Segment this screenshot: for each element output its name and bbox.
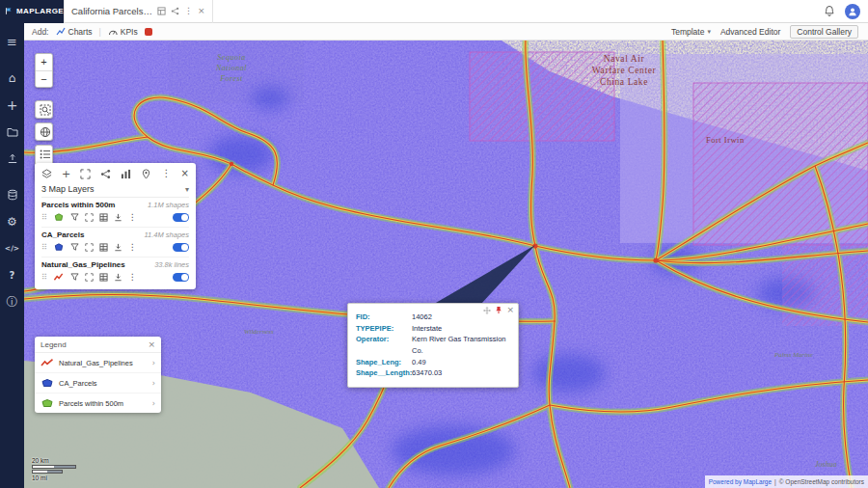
user-avatar[interactable] (845, 4, 860, 19)
map-pin-icon[interactable] (141, 169, 151, 179)
tab-kebab-icon[interactable]: ⋮ (184, 7, 193, 15)
popup-pin-icon[interactable] (495, 306, 502, 314)
layer-count: 1.1M shapes (148, 201, 189, 209)
notifications-bell-icon[interactable] (824, 5, 835, 17)
info-icon[interactable]: ⓘ (0, 290, 24, 314)
network-icon[interactable] (100, 169, 111, 179)
layers-chevron-down-icon: ▾ (185, 185, 189, 194)
tab-close-icon[interactable]: × (198, 7, 205, 15)
maplarge-logo[interactable]: MAPLARGE (0, 0, 64, 23)
popup-move-icon[interactable] (483, 307, 491, 314)
app-sidebar: ≡ ⌂ + ⚙ </> ? ⓘ (0, 0, 24, 488)
drag-handle-icon[interactable]: ⠿ (41, 274, 47, 282)
zoom-in-button[interactable]: + (36, 54, 52, 70)
legend-item-ca-parcels[interactable]: CA_Parcels › (35, 373, 161, 393)
toolbar-divider: | (99, 27, 101, 37)
popup-close-icon[interactable]: × (506, 306, 514, 314)
legend-close-icon[interactable]: × (148, 339, 155, 349)
kpi-gauge-icon (108, 27, 118, 36)
layer-kebab-icon[interactable]: ⋮ (128, 243, 137, 252)
download-icon[interactable] (114, 213, 122, 222)
fit-bounds-icon[interactable] (85, 213, 94, 222)
menu-icon[interactable]: ≡ (0, 30, 24, 54)
layers-panel-title-row[interactable]: 3 Map Layers ▾ (41, 180, 189, 198)
scale-mi-bar (32, 470, 63, 474)
layer-list-button[interactable] (36, 146, 53, 163)
expand-icon[interactable] (80, 169, 91, 179)
maplarge-flag-icon (5, 6, 13, 16)
data-stack-icon[interactable] (0, 182, 24, 206)
template-button[interactable]: Template ▾ (671, 27, 711, 37)
layer-polygon-icon-blue[interactable] (53, 242, 65, 253)
table-icon[interactable] (99, 213, 108, 222)
layers-panel-title: 3 Map Layers (41, 184, 95, 194)
logo-text: MAPLARGE (16, 7, 64, 15)
feature-info-popup: × FID: 14062 TYPEPIPE: Interstate Operat… (347, 303, 519, 388)
layer-visibility-toggle[interactable] (173, 213, 189, 222)
report-icon[interactable] (157, 7, 166, 15)
table-icon[interactable] (99, 273, 108, 282)
settings-gear-icon[interactable]: ⚙ (0, 209, 24, 233)
layer-kebab-icon[interactable]: ⋮ (128, 273, 137, 282)
layers-icon[interactable] (41, 169, 52, 179)
globe-icon (40, 126, 51, 138)
svg-text:Warfare Center: Warfare Center (592, 66, 657, 75)
attribution-osm-link[interactable]: © OpenStreetMap contributors (779, 478, 864, 485)
box-zoom-icon (40, 104, 51, 116)
add-charts-button[interactable]: Charts (56, 27, 93, 37)
layer-name: Natural_Gas_Pipelines (41, 260, 125, 269)
legend-item-pipelines[interactable]: Natural_Gas_Pipelines › (35, 353, 161, 373)
legend-title: Legend (41, 340, 67, 349)
download-icon[interactable] (114, 273, 122, 282)
download-icon[interactable] (114, 243, 122, 252)
advanced-editor-button[interactable]: Advanced Editor (720, 27, 780, 37)
layer-kebab-icon[interactable]: ⋮ (128, 213, 137, 222)
red-widget-icon[interactable] (145, 28, 152, 36)
box-zoom-control[interactable] (35, 100, 53, 119)
add-label: Add: (32, 27, 49, 37)
add-layer-icon[interactable]: + (62, 169, 70, 179)
popup-field-row: Shape__Length: 63470.03 (356, 367, 510, 379)
help-icon[interactable]: ? (0, 263, 24, 287)
basemap-globe-control[interactable] (35, 122, 53, 141)
zoom-out-button[interactable]: − (36, 70, 52, 87)
fit-bounds-icon[interactable] (85, 273, 94, 282)
add-kpis-button[interactable]: KPIs (108, 27, 138, 37)
upload-icon[interactable] (0, 147, 24, 171)
filter-icon[interactable] (70, 243, 79, 252)
share-icon[interactable] (171, 7, 179, 15)
chart-icon[interactable] (121, 169, 131, 179)
layer-row-ca-parcels: CA_Parcels 11.4M shapes ⠿ (41, 228, 189, 258)
charts-icon (56, 27, 66, 36)
control-gallery-button[interactable]: Control Gallery (790, 25, 858, 39)
layer-row-parcels-within-500m: Parcels within 500m 1.1M shapes ⠿ (41, 198, 189, 228)
filter-icon[interactable] (70, 273, 79, 282)
legend-panel: Legend × Natural_Gas_Pipelines › CA_Parc… (35, 337, 161, 413)
layer-visibility-toggle[interactable] (173, 273, 189, 282)
toolbar-right-group: Template ▾ Advanced Editor Control Galle… (671, 25, 860, 39)
label-fort-irwin: Fort Irwin (706, 135, 745, 145)
folder-icon[interactable] (0, 120, 24, 144)
panel-kebab-icon[interactable]: ⋮ (162, 169, 172, 178)
home-icon[interactable]: ⌂ (0, 66, 24, 90)
scale-mi-label: 10 mi (32, 474, 76, 481)
tab-california-parcels[interactable]: California Parcels ... ⋮ × (64, 0, 213, 23)
table-icon[interactable] (99, 243, 108, 252)
fit-bounds-icon[interactable] (85, 243, 94, 252)
add-icon[interactable]: + (0, 93, 24, 117)
layer-polygon-icon-green[interactable] (53, 212, 65, 223)
attribution-brand-link[interactable]: Powered by MapLarge (709, 478, 772, 485)
drag-handle-icon[interactable]: ⠿ (41, 244, 47, 252)
top-bar-right (824, 4, 868, 19)
filter-icon[interactable] (70, 213, 79, 222)
drag-handle-icon[interactable]: ⠿ (41, 214, 47, 222)
panel-close-icon[interactable]: × (181, 169, 189, 178)
label-palms: Palms Marine (773, 351, 813, 359)
layer-line-icon-red[interactable] (53, 272, 65, 283)
code-icon[interactable]: </> (0, 236, 24, 260)
legend-item-parcels-500m[interactable]: Parcels within 500m › (35, 393, 161, 413)
layer-count: 11.4M shapes (144, 230, 189, 239)
zoom-control: + − (35, 53, 53, 88)
svg-text:National: National (215, 64, 247, 72)
layer-visibility-toggle[interactable] (173, 243, 189, 252)
